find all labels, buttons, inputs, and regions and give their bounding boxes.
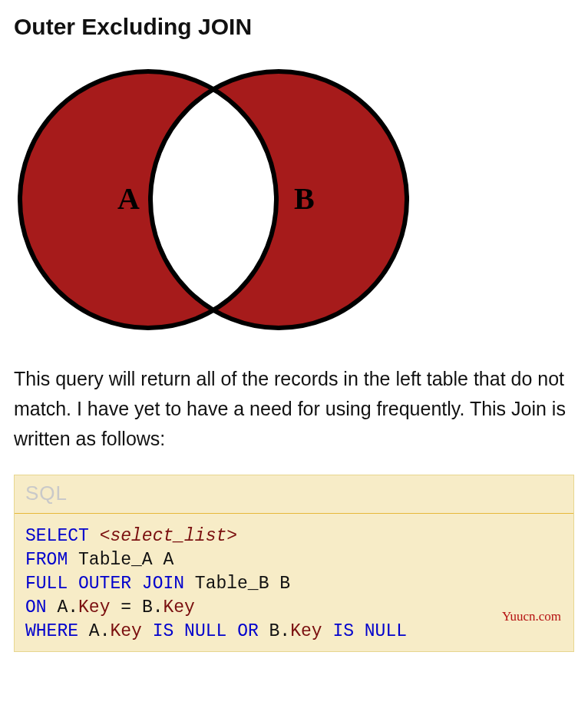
venn-label-b: B — [294, 181, 315, 216]
kw-or: OR — [237, 621, 259, 641]
isnull1: IS NULL — [153, 621, 227, 641]
venn-label-a: A — [117, 181, 140, 216]
page-title: Outer Excluding JOIN — [14, 14, 574, 40]
kw-full-outer-join: FULL OUTER JOIN — [25, 574, 184, 594]
table-b: Table_B B — [195, 574, 290, 594]
akey1: Key — [78, 597, 110, 617]
table-a: Table_A A — [78, 550, 173, 570]
dot2: . — [153, 597, 164, 617]
kw-from: FROM — [25, 550, 68, 570]
select-list: <select_list> — [100, 526, 237, 546]
dot4: . — [279, 621, 290, 641]
isnull2: IS NULL — [332, 621, 407, 641]
b1: B — [142, 597, 153, 617]
kw-select: SELECT — [25, 526, 89, 546]
a2: A — [89, 621, 100, 641]
code-language-label: SQL — [15, 475, 573, 514]
description-text: This query will return all of the record… — [14, 364, 574, 453]
dot: . — [68, 597, 78, 617]
eq: = — [110, 597, 141, 617]
a1: A — [57, 597, 68, 617]
venn-svg: A B — [14, 61, 409, 338]
kw-on: ON — [25, 597, 47, 617]
bkey1: Key — [164, 597, 195, 617]
dot3: . — [100, 621, 111, 641]
code-body: SELECT <select_list> FROM Table_A A FULL… — [15, 514, 573, 651]
venn-diagram: A B — [14, 61, 574, 341]
akey2: Key — [110, 621, 141, 641]
bkey2: Key — [290, 621, 322, 641]
kw-where: WHERE — [25, 621, 78, 641]
watermark: Yuucn.com — [502, 608, 561, 626]
code-card: SQL SELECT <select_list> FROM Table_A A … — [14, 475, 574, 652]
b2: B — [269, 621, 280, 641]
